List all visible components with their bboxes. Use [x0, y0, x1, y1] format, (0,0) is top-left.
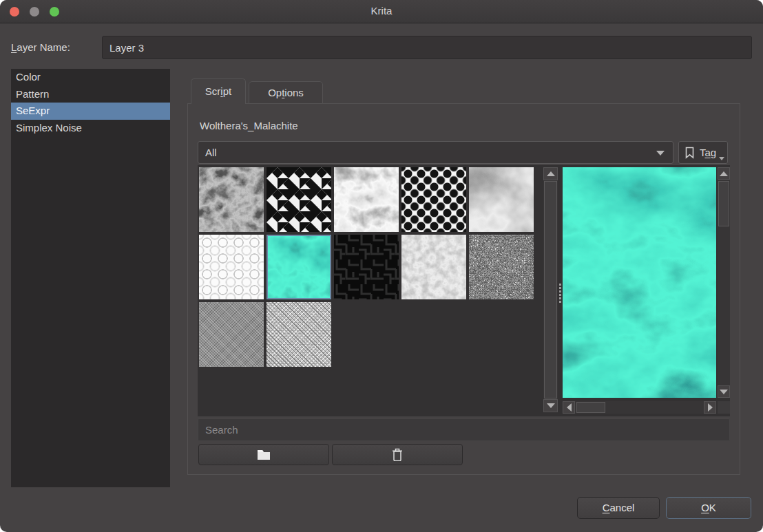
tag-button-label: Tag — [700, 147, 716, 158]
arrow-up-icon — [547, 171, 555, 176]
pattern-thumbnail-gray-canvas[interactable] — [199, 302, 264, 367]
new-layer-dialog: Krita Layer Name: ColorPatternSeExprSimp… — [0, 0, 763, 532]
tag-filter-value: All — [205, 147, 217, 158]
pattern-thumbnail-dark-maze[interactable] — [334, 235, 399, 299]
preview-vscrollbar-thumb[interactable] — [718, 181, 729, 226]
search-input[interactable] — [198, 418, 730, 441]
pattern-thumbnail-light-weave[interactable] — [266, 302, 331, 367]
pattern-thumbnail-concrete[interactable] — [401, 235, 466, 299]
tag-filter-combobox[interactable]: All — [198, 141, 673, 164]
pattern-thumbnail-smoke[interactable] — [469, 167, 534, 232]
arrow-right-icon — [708, 403, 713, 412]
list-item-color[interactable]: Color — [11, 69, 170, 86]
list-item-pattern[interactable]: Pattern — [11, 86, 170, 103]
arrow-down-icon — [547, 403, 555, 408]
pattern-thumbnail-speckle[interactable] — [469, 235, 534, 299]
scroll-left-button[interactable] — [563, 401, 575, 414]
preview-horizontal-scrollbar[interactable] — [563, 401, 716, 414]
list-item-simplex-noise[interactable]: Simplex Noise — [11, 120, 170, 137]
layer-name-input[interactable] — [102, 36, 752, 59]
scroll-down-button[interactable] — [543, 399, 558, 412]
scroll-up-button[interactable] — [543, 167, 558, 180]
scroll-right-button[interactable] — [704, 401, 716, 414]
pattern-thumbnail-light-mottle[interactable] — [334, 167, 399, 232]
import-resource-button[interactable] — [198, 444, 329, 465]
bookmark-icon — [685, 147, 694, 159]
chevron-down-icon — [719, 157, 724, 160]
generator-type-list[interactable]: ColorPatternSeExprSimplex Noise — [11, 69, 170, 487]
list-item-seexpr[interactable]: SeExpr — [11, 103, 170, 120]
pattern-thumbnail-white-rings[interactable] — [199, 235, 264, 299]
title-bar: Krita — [0, 0, 763, 23]
folder-icon — [256, 449, 271, 461]
pattern-resource-viewer — [198, 165, 730, 416]
tab-script[interactable]: Script — [191, 78, 246, 104]
tag-button[interactable]: Tag — [678, 141, 728, 164]
selected-resource-name: Wolthera's_Malachite — [200, 120, 298, 131]
scrollbar-corner — [718, 401, 730, 414]
layer-name-label: Layer Name: — [11, 41, 70, 53]
arrow-left-icon — [567, 403, 572, 412]
ok-button[interactable]: OK — [666, 497, 751, 519]
scroll-down-button[interactable] — [718, 385, 730, 398]
delete-resource-button[interactable] — [332, 444, 463, 465]
preview-hscrollbar-thumb[interactable] — [576, 402, 605, 413]
grid-scrollbar-thumb[interactable] — [544, 181, 557, 398]
pattern-thumbnail-malachite[interactable] — [266, 235, 331, 299]
grid-vertical-scrollbar[interactable] — [543, 167, 558, 412]
resource-preview — [563, 167, 716, 398]
arrow-down-icon — [720, 390, 728, 394]
window-title: Krita — [0, 5, 763, 17]
pattern-thumbnail-dark-marble[interactable] — [199, 167, 264, 232]
chevron-down-icon — [656, 151, 665, 156]
pattern-thumbnail-bw-triangles[interactable] — [266, 167, 331, 232]
arrow-up-icon — [720, 171, 728, 176]
trash-icon — [392, 448, 403, 461]
tab-options[interactable]: Options — [249, 81, 323, 104]
preview-vertical-scrollbar[interactable] — [718, 167, 730, 398]
cancel-button[interactable]: Cancel — [577, 497, 660, 519]
splitter-handle[interactable] — [558, 274, 562, 312]
scroll-up-button[interactable] — [718, 167, 730, 180]
pattern-thumbnail-halftone-dots[interactable] — [401, 167, 466, 232]
